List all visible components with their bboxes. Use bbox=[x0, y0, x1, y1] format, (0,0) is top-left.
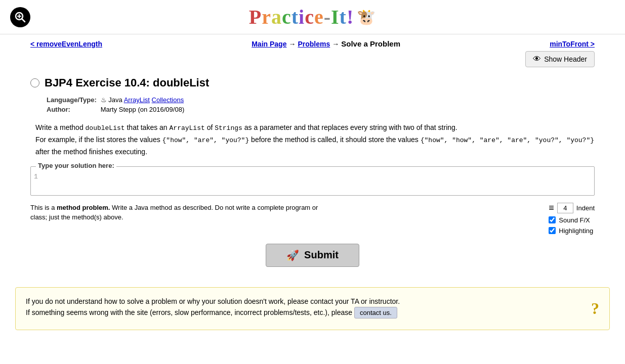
submit-row: 🚀 Submit bbox=[30, 244, 595, 267]
show-header-button[interactable]: 👁 Show Header bbox=[525, 51, 595, 67]
breadcrumb-center: Main Page → Problems → Solve a Problem bbox=[252, 39, 400, 48]
zoom-icon[interactable] bbox=[10, 7, 30, 27]
arrow1: → bbox=[288, 40, 296, 48]
submit-button[interactable]: 🚀 Submit bbox=[266, 244, 359, 267]
show-header-label: Show Header bbox=[544, 55, 587, 63]
highlighting-checkbox[interactable] bbox=[549, 227, 556, 234]
contact-us-label: contact us. bbox=[360, 309, 392, 316]
language-value: ♨ Java ArrayList Collections bbox=[101, 96, 188, 104]
breadcrumb-current: Solve a Problem bbox=[341, 39, 400, 48]
right-controls: ≡ 4 Indent Sound F/X Highlighting bbox=[549, 203, 595, 235]
collections-link[interactable]: Collections bbox=[152, 96, 184, 104]
line-number-1: 1 bbox=[34, 173, 38, 180]
code-input[interactable] bbox=[44, 172, 591, 192]
problem-title-row: BJP4 Exercise 10.4: doubleList bbox=[30, 76, 595, 89]
contact-us-button[interactable]: contact us. bbox=[354, 307, 397, 318]
breadcrumb-bar: < removeEvenLength Main Page → Problems … bbox=[0, 34, 625, 51]
highlighting-label: Highlighting bbox=[559, 227, 593, 235]
language-type-label: Language/Type: bbox=[47, 96, 100, 104]
top-bar: Practice-It! 🐮 bbox=[0, 0, 625, 34]
line-numbers: 1 bbox=[34, 172, 44, 192]
indent-value-input[interactable]: 4 bbox=[557, 203, 573, 213]
solution-textarea-wrapper: 1 bbox=[31, 167, 594, 195]
rocket-icon: 🚀 bbox=[286, 249, 299, 261]
author-label: Author: bbox=[47, 105, 100, 114]
arraylist-link[interactable]: ArrayList bbox=[124, 96, 150, 104]
info-line2: If something seems wrong with the site (… bbox=[26, 307, 584, 318]
solution-legend: Type your solution here: bbox=[36, 162, 116, 169]
indent-icon[interactable]: ≡ bbox=[549, 203, 554, 213]
info-box: If you do not understand how to solve a … bbox=[15, 287, 610, 330]
indent-label: Indent bbox=[576, 204, 595, 212]
problem-radio[interactable] bbox=[30, 78, 39, 87]
info-line2-pre: If something seems wrong with the site (… bbox=[26, 308, 352, 316]
meta-table: Language/Type: ♨ Java ArrayList Collecti… bbox=[46, 95, 188, 115]
next-problem-link[interactable]: minToFront > bbox=[550, 40, 595, 48]
sound-fx-row: Sound F/X bbox=[549, 216, 590, 224]
problems-link[interactable]: Problems bbox=[298, 40, 330, 48]
sound-fx-label: Sound F/X bbox=[559, 216, 590, 224]
svg-line-1 bbox=[22, 19, 25, 22]
java-icon: ♨ bbox=[101, 96, 107, 104]
info-text: If you do not understand how to solve a … bbox=[26, 296, 584, 318]
breadcrumb-left: < removeEvenLength bbox=[30, 40, 102, 48]
breadcrumb-right: minToFront > bbox=[550, 40, 595, 48]
bottom-controls: This is a method problem. Write a Java m… bbox=[30, 203, 595, 235]
author-value: Marty Stepp (on 2016/09/08) bbox=[101, 105, 188, 114]
main-content: BJP4 Exercise 10.4: doubleList Language/… bbox=[0, 71, 625, 287]
solution-area: Type your solution here: 1 bbox=[30, 166, 595, 196]
main-page-link[interactable]: Main Page bbox=[252, 40, 286, 48]
highlighting-row: Highlighting bbox=[549, 227, 593, 235]
info-line1: If you do not understand how to solve a … bbox=[26, 296, 584, 307]
site-logo: Practice-It! 🐮 bbox=[249, 5, 377, 29]
eye-icon: 👁 bbox=[533, 55, 541, 64]
prev-problem-link[interactable]: < removeEvenLength bbox=[30, 40, 102, 48]
method-note: This is a method problem. Write a Java m… bbox=[30, 203, 334, 222]
question-mark-icon: ? bbox=[591, 296, 599, 322]
sound-fx-checkbox[interactable] bbox=[549, 216, 556, 223]
indent-row: ≡ 4 Indent bbox=[549, 203, 595, 213]
problem-description: Write a method doubleList that takes an … bbox=[35, 122, 595, 157]
arrow2: → bbox=[332, 40, 339, 48]
submit-label: Submit bbox=[304, 249, 339, 261]
problem-title: BJP4 Exercise 10.4: doubleList bbox=[45, 76, 209, 89]
